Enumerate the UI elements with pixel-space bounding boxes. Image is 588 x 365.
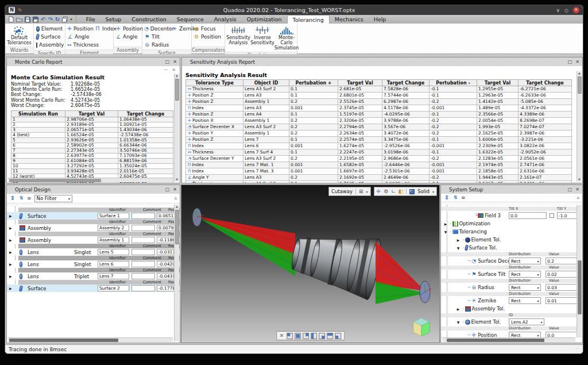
table-row[interactable]: 82.63977e-057.17093e-06 bbox=[11, 153, 173, 159]
tree-row-assembly-1[interactable]: ▶ Assembly bbox=[7, 236, 180, 244]
tree-row-surface-1[interactable]: ▶ Surface bbox=[7, 212, 180, 220]
close-panel-icon[interactable]: ✕ bbox=[173, 187, 177, 193]
column-header[interactable]: Target Change bbox=[118, 111, 173, 117]
paint-icon[interactable]: ◧ bbox=[399, 189, 404, 194]
cube-view-icon[interactable] bbox=[319, 333, 325, 339]
distribution-dropdown[interactable]: Rect▾ bbox=[509, 284, 541, 291]
close-panel-icon[interactable]: ✕ bbox=[173, 59, 177, 65]
tab-mechanics[interactable]: Mechanics bbox=[330, 15, 369, 24]
tree-row-lens-5[interactable]: ▶ Lens Singlet bbox=[7, 248, 180, 256]
monte-carlo-panel-header[interactable]: Monte Carlo Report □ ✕ bbox=[7, 57, 180, 66]
comment-field[interactable] bbox=[131, 285, 155, 291]
comment-field[interactable] bbox=[131, 237, 155, 243]
expander-icon[interactable]: ▶ bbox=[9, 262, 14, 266]
table-row[interactable]: 22.93189e-051.00921e-05 bbox=[11, 122, 173, 128]
table-row[interactable]: ✛Position Z Lens 7 0.1 2.2574e-05 3.3475… bbox=[186, 137, 572, 143]
expander-icon[interactable]: ▶ bbox=[456, 307, 461, 311]
table-row[interactable]: ✛Position Z Assembly 1 0.2 2.5526e-05 6.… bbox=[186, 99, 572, 105]
sort-icon[interactable]: ⇕ bbox=[444, 195, 450, 201]
close-panel-icon[interactable]: ✕ bbox=[575, 187, 579, 193]
sensitivity-panel-header[interactable]: Sensitivity Analysis Report □ ✕ bbox=[182, 57, 582, 66]
comment-field[interactable] bbox=[131, 213, 155, 219]
expander-icon[interactable]: ▶ bbox=[9, 238, 14, 242]
comment-field[interactable] bbox=[131, 273, 155, 279]
vertical-scrollbar[interactable] bbox=[577, 205, 582, 337]
tilt-x-field[interactable] bbox=[509, 212, 547, 219]
column-header[interactable]: Simulation Run bbox=[11, 111, 65, 117]
identifier-field[interactable] bbox=[98, 285, 129, 291]
tree-row-lens-6[interactable]: ▶ Lens Singlet bbox=[7, 260, 180, 268]
surface-radius-button[interactable]: ⊖Radius bbox=[144, 41, 171, 48]
sort-icon[interactable]: ⇕ bbox=[10, 195, 16, 201]
tab-setup[interactable]: Setup bbox=[100, 15, 127, 24]
expander-icon[interactable]: ▶ bbox=[9, 286, 14, 290]
distribution-dropdown[interactable]: Rect▾ bbox=[509, 271, 541, 278]
expander-icon[interactable]: ▶ bbox=[456, 238, 461, 242]
table-row[interactable]: 12.98706e-051.06438e-05 bbox=[11, 117, 173, 122]
comment-field[interactable] bbox=[131, 249, 155, 255]
tree-row-optimization[interactable]: ▶– Optimization bbox=[441, 220, 577, 227]
save-as-icon[interactable] bbox=[33, 17, 38, 22]
vertical-scrollbar[interactable]: ▲▼ bbox=[577, 71, 582, 182]
table-row[interactable]: ↔Thickness Lens 7 Surf 4 0.1 2.2247e-05 … bbox=[186, 149, 572, 156]
fit-view-icon[interactable]: ✕ bbox=[280, 333, 284, 339]
compensator-focus-button[interactable]: ◉Focus bbox=[194, 25, 221, 32]
assembly-angle-button[interactable]: ∠Angle bbox=[115, 33, 143, 40]
tree-row-zernike[interactable]: ─✳ Zernike Rect▾ bbox=[441, 297, 577, 304]
specify-assembly-button[interactable]: Assembly bbox=[36, 41, 63, 48]
table-row[interactable]: ◔Surface Decenter X Lens A3 Surf 2 0.2 2… bbox=[186, 124, 572, 130]
table-row[interactable]: 72.27343e-053.50746e-06 bbox=[11, 148, 173, 153]
tab-optimization[interactable]: Optimization bbox=[242, 15, 287, 24]
duplicate-window-icon[interactable] bbox=[62, 17, 68, 22]
maximize-button[interactable]: ◇ bbox=[564, 7, 568, 13]
cube-view-icon[interactable] bbox=[311, 333, 317, 339]
tree-row-element-tol[interactable]: ▶– Element Tol. bbox=[441, 236, 577, 243]
collapse-icon[interactable]: — bbox=[164, 67, 168, 72]
specify-element-button[interactable]: Element bbox=[36, 25, 63, 32]
expander-icon[interactable]: ▼ bbox=[443, 230, 448, 234]
close-button[interactable]: ✕ bbox=[573, 7, 579, 13]
tree-row-field-3[interactable]: └ Field 3 bbox=[441, 212, 577, 219]
table-row[interactable]: ↔Thickness Lens A3 Surf 2 0.1 2.681e-05 … bbox=[186, 86, 572, 93]
table-row[interactable]: 103.27292e-051.35024e-05 bbox=[11, 164, 173, 169]
expander-icon[interactable]: ▶ bbox=[443, 222, 448, 226]
compensator-position-button[interactable]: ⚙Position bbox=[194, 33, 221, 40]
expander-icon[interactable]: ▶ bbox=[9, 214, 14, 218]
element-thickness-button[interactable]: ↔Thickness bbox=[67, 41, 94, 48]
table-row[interactable]: 92.61084e-056.88159e-06 bbox=[11, 159, 173, 164]
sensitivity-analysis-button[interactable]: Sensitivity Analysis bbox=[227, 25, 250, 51]
resize-grip[interactable]: ·· bbox=[575, 347, 579, 352]
float-panel-icon[interactable]: □ bbox=[165, 59, 170, 65]
pin-icon[interactable]: ⌂ bbox=[175, 196, 177, 201]
identifier-field[interactable] bbox=[98, 213, 129, 219]
list-icon[interactable]: ≡ bbox=[27, 195, 32, 201]
monte-carlo-simulation-button[interactable]: Monte-Carlo Simulation bbox=[275, 25, 298, 51]
tab-help[interactable]: Help bbox=[369, 15, 392, 24]
vertical-scrollbar[interactable]: ▲ bbox=[174, 205, 179, 341]
open-file-icon[interactable] bbox=[16, 17, 22, 22]
identifier-field[interactable] bbox=[98, 249, 129, 255]
table-row[interactable]: ✛Position X Assembly 1 0.2 2.3206e-05 3.… bbox=[186, 118, 572, 124]
table-row[interactable]: ✛Position Z Lens A4 0.1 1.5197e-05 -4.02… bbox=[186, 112, 572, 118]
list-icon[interactable]: ≡ bbox=[461, 195, 466, 201]
sort-secondary-icon[interactable]: ⇅ bbox=[452, 195, 458, 201]
cube-view-icon[interactable] bbox=[287, 333, 293, 339]
cube-view-icon[interactable] bbox=[303, 333, 309, 339]
expander-icon[interactable]: ▶ bbox=[9, 274, 14, 278]
comment-field[interactable] bbox=[131, 261, 155, 267]
float-panel-icon[interactable]: □ bbox=[568, 59, 572, 65]
element-angle-button[interactable]: ∠Angle bbox=[67, 33, 94, 40]
comment-field[interactable] bbox=[131, 225, 155, 231]
column-header[interactable]: Target Change bbox=[519, 80, 572, 86]
column-header[interactable]: Target Val bbox=[477, 80, 519, 86]
tilt-checkbox[interactable] bbox=[550, 213, 554, 218]
tree-row-surface-tilt[interactable]: ─⚑ Surface Tilt Rect▾ bbox=[441, 271, 577, 278]
cutaway-control[interactable]: Cutaway ⊞ ▾ bbox=[328, 187, 371, 196]
column-header[interactable]: Target Val bbox=[65, 111, 118, 117]
gear-icon[interactable]: ⚙ bbox=[384, 189, 388, 194]
tree-row-assembly-tol[interactable]: ▶– Assembly Tol. bbox=[441, 305, 577, 312]
redo-icon[interactable]: ↷ bbox=[48, 17, 52, 22]
expander-icon[interactable]: ▶ bbox=[9, 226, 14, 230]
surface-tilt-button[interactable]: ⚑Tilt bbox=[144, 33, 171, 40]
table-row[interactable]: ✛Position Y Assembly 1 0.2 2.2634e-05 3.… bbox=[186, 130, 572, 137]
